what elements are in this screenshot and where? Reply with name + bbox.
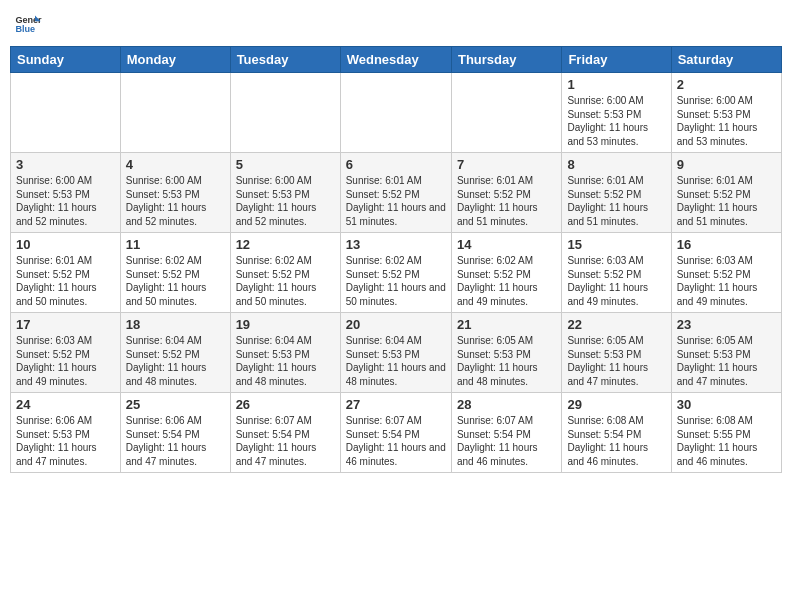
weekday-header-row: SundayMondayTuesdayWednesdayThursdayFrid… [11,47,782,73]
day-number: 18 [126,317,225,332]
day-info: Sunset: 5:54 PM [567,428,665,442]
day-number: 19 [236,317,335,332]
day-number: 2 [677,77,776,92]
day-info: Sunrise: 6:05 AM [457,334,556,348]
day-info: Sunset: 5:53 PM [567,348,665,362]
day-info: Sunrise: 6:01 AM [346,174,446,188]
day-number: 26 [236,397,335,412]
calendar-cell: 28Sunrise: 6:07 AMSunset: 5:54 PMDayligh… [451,393,561,473]
calendar-cell: 16Sunrise: 6:03 AMSunset: 5:52 PMDayligh… [671,233,781,313]
calendar-cell: 25Sunrise: 6:06 AMSunset: 5:54 PMDayligh… [120,393,230,473]
calendar-cell: 20Sunrise: 6:04 AMSunset: 5:53 PMDayligh… [340,313,451,393]
day-info: Sunset: 5:53 PM [567,108,665,122]
day-info: Sunset: 5:53 PM [16,428,115,442]
day-number: 12 [236,237,335,252]
day-info: Sunrise: 6:00 AM [567,94,665,108]
day-number: 22 [567,317,665,332]
day-number: 24 [16,397,115,412]
day-number: 17 [16,317,115,332]
day-info: Sunrise: 6:02 AM [346,254,446,268]
day-info: Sunset: 5:54 PM [346,428,446,442]
calendar-cell: 10Sunrise: 6:01 AMSunset: 5:52 PMDayligh… [11,233,121,313]
svg-text:Blue: Blue [15,24,35,34]
weekday-header-wednesday: Wednesday [340,47,451,73]
weekday-header-sunday: Sunday [11,47,121,73]
day-info: Daylight: 11 hours and 47 minutes. [567,361,665,388]
day-info: Daylight: 11 hours and 47 minutes. [16,441,115,468]
calendar-cell: 6Sunrise: 6:01 AMSunset: 5:52 PMDaylight… [340,153,451,233]
day-info: Sunset: 5:52 PM [567,268,665,282]
day-info: Daylight: 11 hours and 49 minutes. [677,281,776,308]
day-info: Sunset: 5:54 PM [457,428,556,442]
day-info: Sunset: 5:52 PM [346,268,446,282]
day-info: Sunrise: 6:07 AM [346,414,446,428]
day-info: Daylight: 11 hours and 49 minutes. [16,361,115,388]
calendar-cell: 8Sunrise: 6:01 AMSunset: 5:52 PMDaylight… [562,153,671,233]
day-number: 30 [677,397,776,412]
day-info: Sunrise: 6:02 AM [457,254,556,268]
calendar-cell: 7Sunrise: 6:01 AMSunset: 5:52 PMDaylight… [451,153,561,233]
calendar-cell: 2Sunrise: 6:00 AMSunset: 5:53 PMDaylight… [671,73,781,153]
day-info: Daylight: 11 hours and 52 minutes. [236,201,335,228]
calendar: SundayMondayTuesdayWednesdayThursdayFrid… [10,46,782,473]
day-info: Sunrise: 6:06 AM [16,414,115,428]
day-info: Sunrise: 6:08 AM [677,414,776,428]
day-number: 11 [126,237,225,252]
calendar-cell: 15Sunrise: 6:03 AMSunset: 5:52 PMDayligh… [562,233,671,313]
day-number: 21 [457,317,556,332]
calendar-cell: 24Sunrise: 6:06 AMSunset: 5:53 PMDayligh… [11,393,121,473]
day-number: 9 [677,157,776,172]
day-info: Daylight: 11 hours and 46 minutes. [567,441,665,468]
day-info: Sunset: 5:52 PM [126,348,225,362]
day-info: Daylight: 11 hours and 47 minutes. [236,441,335,468]
weekday-header-monday: Monday [120,47,230,73]
day-number: 23 [677,317,776,332]
day-info: Sunrise: 6:03 AM [677,254,776,268]
weekday-header-tuesday: Tuesday [230,47,340,73]
day-number: 16 [677,237,776,252]
day-info: Sunrise: 6:00 AM [16,174,115,188]
day-info: Sunset: 5:53 PM [236,348,335,362]
day-info: Sunset: 5:54 PM [236,428,335,442]
calendar-cell: 17Sunrise: 6:03 AMSunset: 5:52 PMDayligh… [11,313,121,393]
calendar-cell [11,73,121,153]
day-info: Sunset: 5:55 PM [677,428,776,442]
calendar-cell: 3Sunrise: 6:00 AMSunset: 5:53 PMDaylight… [11,153,121,233]
day-number: 6 [346,157,446,172]
day-number: 20 [346,317,446,332]
day-info: Daylight: 11 hours and 49 minutes. [567,281,665,308]
day-number: 3 [16,157,115,172]
day-info: Daylight: 11 hours and 53 minutes. [677,121,776,148]
day-info: Sunset: 5:52 PM [457,268,556,282]
day-info: Daylight: 11 hours and 51 minutes. [677,201,776,228]
day-number: 14 [457,237,556,252]
day-info: Sunrise: 6:02 AM [126,254,225,268]
logo: General Blue [14,10,44,38]
day-info: Sunrise: 6:07 AM [457,414,556,428]
day-number: 15 [567,237,665,252]
day-info: Sunset: 5:52 PM [457,188,556,202]
day-info: Sunrise: 6:06 AM [126,414,225,428]
day-info: Daylight: 11 hours and 48 minutes. [457,361,556,388]
day-number: 4 [126,157,225,172]
day-info: Sunrise: 6:00 AM [677,94,776,108]
calendar-cell: 4Sunrise: 6:00 AMSunset: 5:53 PMDaylight… [120,153,230,233]
day-info: Daylight: 11 hours and 46 minutes. [346,441,446,468]
day-number: 13 [346,237,446,252]
calendar-cell: 9Sunrise: 6:01 AMSunset: 5:52 PMDaylight… [671,153,781,233]
week-row-3: 10Sunrise: 6:01 AMSunset: 5:52 PMDayligh… [11,233,782,313]
calendar-cell: 23Sunrise: 6:05 AMSunset: 5:53 PMDayligh… [671,313,781,393]
calendar-cell [230,73,340,153]
week-row-2: 3Sunrise: 6:00 AMSunset: 5:53 PMDaylight… [11,153,782,233]
day-info: Daylight: 11 hours and 51 minutes. [346,201,446,228]
day-info: Daylight: 11 hours and 46 minutes. [677,441,776,468]
day-info: Daylight: 11 hours and 48 minutes. [236,361,335,388]
week-row-4: 17Sunrise: 6:03 AMSunset: 5:52 PMDayligh… [11,313,782,393]
calendar-cell [451,73,561,153]
day-number: 7 [457,157,556,172]
page-header: General Blue [10,10,782,38]
day-info: Daylight: 11 hours and 47 minutes. [677,361,776,388]
week-row-1: 1Sunrise: 6:00 AMSunset: 5:53 PMDaylight… [11,73,782,153]
day-info: Daylight: 11 hours and 51 minutes. [457,201,556,228]
day-info: Daylight: 11 hours and 49 minutes. [457,281,556,308]
